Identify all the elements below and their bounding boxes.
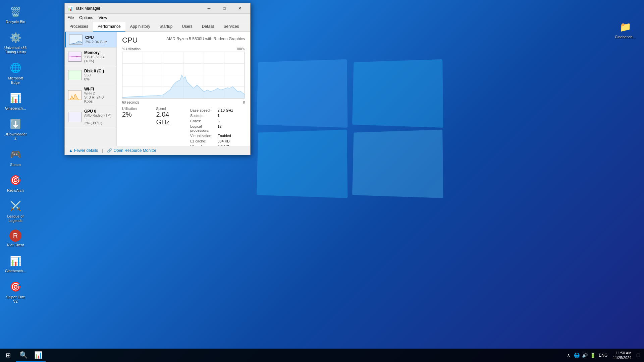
league-label: League ofLegends — [3, 214, 28, 223]
volume-tray-icon[interactable]: 🔊 — [581, 352, 588, 359]
memory-value: 2.8/15.3 GB (18%) — [84, 55, 113, 63]
wifi-sub: Wi-Fi 2 — [84, 92, 113, 95]
memory-info: Memory 2.8/15.3 GB (18%) — [84, 50, 113, 63]
base-speed-label: Base speed: — [190, 108, 218, 112]
file-menu[interactable]: File — [65, 14, 76, 21]
desktop-icon-riot[interactable]: R Riot Client — [3, 230, 28, 247]
window-controls: ─ □ ✕ — [201, 3, 248, 14]
disk-name: Disk 0 (C:) — [84, 69, 113, 73]
cpu-time-right: 0 — [243, 101, 245, 104]
wifi-mini-graph — [68, 90, 82, 100]
close-button[interactable]: ✕ — [232, 3, 248, 14]
utilization-stat: Utilization 2% — [122, 107, 150, 146]
task-manager-icon: 📊 — [67, 6, 73, 11]
desktop-icon-steam[interactable]: 🎮 Steam — [3, 148, 28, 167]
cpu-detail-stats: Base speed: 2.10 GHz Sockets: 1 Cores: 6… — [190, 108, 245, 146]
desktop-icon-edge[interactable]: 🌐 MicrosoftEdge — [3, 61, 28, 85]
disk-mini-graph — [68, 70, 82, 80]
minimize-button[interactable]: ─ — [201, 3, 217, 14]
desktop-icon-cinebench-folder[interactable]: 📁 Cinebench... — [613, 20, 637, 39]
tab-users[interactable]: Users — [177, 22, 197, 32]
search-icon: 🔍 — [19, 351, 28, 359]
cpu-graph-y-labels: % Utilization 100% — [122, 47, 245, 51]
base-speed-group: Base speed: 2.10 GHz Sockets: 1 Cores: 6… — [190, 107, 245, 146]
desktop-icon-recycle-bin[interactable]: 🗑️ Recycle Bin — [3, 5, 28, 24]
jdownloader-icon: ⬇️ — [9, 117, 22, 131]
taskbar-search[interactable]: 🔍 — [16, 349, 31, 362]
cpu-header: CPU AMD Ryzen 5 5500U with Radeon Graphi… — [122, 36, 245, 45]
disk-value: 0% — [84, 77, 113, 81]
tab-details[interactable]: Details — [197, 22, 219, 32]
windows-start-icon: ⊞ — [6, 352, 11, 359]
battery-tray-icon[interactable]: 🔋 — [589, 352, 596, 359]
tab-services[interactable]: Services — [219, 22, 244, 32]
utilization-value: 2% — [122, 111, 150, 118]
cpu-graph — [122, 52, 245, 99]
tab-processes[interactable]: Processes — [65, 22, 93, 32]
speed-stat: Speed 2.04 GHz — [156, 107, 184, 146]
retroarch-icon: 🎯 — [9, 174, 22, 187]
speed-label: Speed — [156, 107, 184, 111]
sockets-label: Sockets: — [190, 114, 218, 118]
tab-startup[interactable]: Startup — [155, 22, 177, 32]
sidebar-gpu[interactable]: GPU 0 AMD Radeon(TM) ... 2% (39 °C) — [65, 106, 116, 128]
l1-label: L1 cache: — [190, 139, 218, 143]
desktop-icon-cinebench2[interactable]: 📊 Ginebench... — [3, 254, 28, 273]
language-indicator[interactable]: ENG — [597, 353, 609, 358]
steam-icon: 🎮 — [9, 148, 22, 161]
sidebar-cpu[interactable]: CPU 2% 2.04 GHz — [65, 32, 116, 48]
tab-app-history[interactable]: App history — [125, 22, 155, 32]
task-manager-window: 📊 Task Manager ─ □ ✕ File Options View P… — [64, 3, 251, 155]
start-button[interactable]: ⊞ — [0, 349, 16, 362]
universal-x86-label: Universal x86Tuning Utility — [3, 46, 28, 54]
desktop-icons-left: 🗑️ Recycle Bin ⚙️ Universal x86Tuning Ut… — [0, 0, 27, 309]
notification-icon[interactable]: □ — [635, 352, 641, 358]
sniper-label: Sniper EliteV2 — [3, 295, 28, 304]
cores-value: 6 — [218, 119, 245, 123]
desktop-icon-universal-x86[interactable]: ⚙️ Universal x86Tuning Utility — [3, 31, 28, 54]
memory-mini-graph — [68, 52, 82, 62]
resource-monitor-icon: 🔗 — [107, 148, 112, 153]
taskbar-task-manager-item[interactable]: 📊 — [31, 349, 46, 362]
cinebench2-label: Ginebench... — [3, 269, 28, 273]
tray-chevron[interactable]: ∧ — [565, 352, 572, 359]
tm-body: CPU 2% 2.04 GHz Memory 2.8/15.3 GB (18%) — [65, 32, 250, 146]
desktop-icon-sniper[interactable]: 🎯 Sniper EliteV2 — [3, 280, 28, 304]
wifi-value: S: 0 R: 24.0 Kbps — [84, 95, 113, 103]
options-menu[interactable]: Options — [76, 14, 96, 21]
fewer-details-button[interactable]: ▲ Fewer details — [69, 148, 98, 153]
network-tray-icon[interactable]: 🌐 — [573, 352, 580, 359]
edge-label: MicrosoftEdge — [3, 76, 28, 85]
desktop-icon-league[interactable]: ⚔️ League ofLegends — [3, 199, 28, 223]
steam-label: Steam — [3, 163, 28, 167]
gpu-sub: AMD Radeon(TM) ... — [84, 114, 113, 121]
task-manager-taskbar-icon: 📊 — [34, 351, 43, 359]
cpu-info: CPU 2% 2.04 GHz — [85, 35, 113, 44]
sidebar-disk[interactable]: Disk 0 (C:) SSD 0% — [65, 66, 116, 84]
cpu-value: 2% 2.04 GHz — [85, 40, 113, 44]
wifi-info: Wi-Fi Wi-Fi 2 S: 0 R: 24.0 Kbps — [84, 87, 113, 103]
retroarch-label: RetroArch — [3, 188, 28, 193]
cpu-title-group: CPU — [122, 36, 138, 45]
riot-icon: R — [9, 230, 21, 242]
system-clock[interactable]: 11:50 AM 11/25/2024 — [610, 351, 634, 360]
virtualization-value: Enabled — [218, 134, 245, 138]
footer-divider: | — [102, 148, 103, 153]
desktop-icon-jdownloader[interactable]: ⬇️ .JDownloader2 — [3, 117, 28, 141]
tab-performance[interactable]: Performance — [93, 22, 125, 32]
desktop-icon-cinebench1[interactable]: 📊 Ginebench... — [3, 92, 28, 111]
cinebench-folder-icon: 📁 — [619, 20, 632, 34]
sidebar-wifi[interactable]: Wi-Fi Wi-Fi 2 S: 0 R: 24.0 Kbps — [65, 84, 116, 106]
maximize-button[interactable]: □ — [217, 3, 232, 14]
cpu-time-left: 60 seconds — [122, 101, 139, 104]
open-resource-monitor-button[interactable]: 🔗 Open Resource Monitor — [107, 148, 156, 153]
cpu-y-label: % Utilization — [122, 47, 141, 51]
recycle-bin-label: Recycle Bin — [3, 20, 28, 24]
disk-info: Disk 0 (C:) SSD 0% — [84, 69, 113, 81]
sidebar-memory[interactable]: Memory 2.8/15.3 GB (18%) — [65, 48, 116, 66]
chevron-up-icon: ▲ — [69, 148, 73, 153]
speed-value: 2.04 GHz — [156, 111, 184, 126]
desktop-icon-retroarch[interactable]: 🎯 RetroArch — [3, 174, 28, 193]
fewer-details-label: Fewer details — [74, 148, 98, 153]
view-menu[interactable]: View — [96, 14, 110, 21]
